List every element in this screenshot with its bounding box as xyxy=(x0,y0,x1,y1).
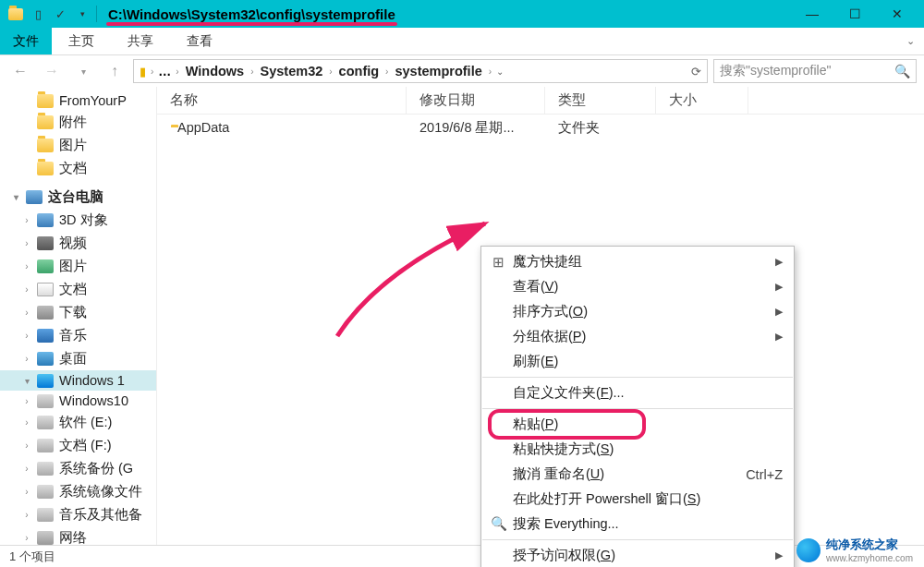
expand-icon[interactable]: › xyxy=(22,533,31,543)
breadcrumb-segment[interactable]: Windows xyxy=(184,64,247,78)
drive-icon xyxy=(37,416,54,429)
sidebar-item[interactable]: ›视频 xyxy=(0,232,156,255)
tab-home[interactable]: 主页 xyxy=(52,28,111,54)
chevron-right-icon: ▶ xyxy=(775,256,783,268)
win-icon xyxy=(37,374,54,388)
breadcrumb-segment[interactable]: config xyxy=(337,64,382,78)
file-row[interactable]: AppData 2019/6/8 星期... 文件夹 xyxy=(157,115,924,140)
menu-label: 撤消 重命名(U) xyxy=(513,465,604,483)
expand-icon[interactable]: › xyxy=(22,440,31,451)
recent-dropdown-icon[interactable]: ▾ xyxy=(70,59,96,83)
context-menu-item[interactable]: 🔍搜索 Everything... xyxy=(481,512,794,537)
sidebar-item[interactable]: ›网络 xyxy=(0,526,156,545)
chevron-right-icon[interactable]: › xyxy=(176,66,178,77)
col-size[interactable]: 大小 xyxy=(656,87,748,114)
sidebar-item[interactable]: ›文档 (F:) xyxy=(0,434,156,457)
sidebar-item-label: 网络 xyxy=(59,529,87,545)
ellipsis-icon[interactable]: … xyxy=(158,64,171,78)
sidebar-item[interactable]: ›音乐 xyxy=(0,324,156,347)
sidebar-item[interactable]: ›桌面 xyxy=(0,347,156,370)
sidebar-item[interactable]: 附件 xyxy=(0,111,156,134)
crumb-dropdown-icon[interactable]: ⌄ xyxy=(496,66,504,77)
sidebar-item[interactable]: ▾这台电脑 xyxy=(0,186,156,209)
context-menu-item[interactable]: 粘贴快捷方式(S) xyxy=(481,437,794,462)
tab-share[interactable]: 共享 xyxy=(111,28,170,54)
expand-icon[interactable]: › xyxy=(22,261,31,271)
context-menu-item[interactable]: 分组依据(P)▶ xyxy=(481,324,794,349)
sidebar: FromYourP附件图片文档▾这台电脑›3D 对象›视频›图片›文档›下载›音… xyxy=(0,87,157,545)
sidebar-item[interactable]: FromYourP xyxy=(0,90,156,111)
search-input[interactable]: 搜索"systemprofile" 🔍 xyxy=(713,59,917,83)
sidebar-item[interactable]: ›系统镜像文件 xyxy=(0,480,156,503)
context-menu-item[interactable]: 查看(V)▶ xyxy=(481,274,794,299)
context-menu-item[interactable]: 刷新(E) xyxy=(481,349,794,374)
expand-icon[interactable]: › xyxy=(22,417,31,428)
sidebar-item-label: 文档 (F:) xyxy=(59,437,112,454)
separator xyxy=(96,6,97,22)
expand-icon[interactable]: › xyxy=(22,510,31,520)
tab-view[interactable]: 查看 xyxy=(170,28,229,54)
sidebar-item[interactable]: ▾Windows 1 xyxy=(0,370,156,391)
sidebar-item-label: 视频 xyxy=(59,235,87,252)
expand-icon[interactable]: › xyxy=(22,396,31,406)
expand-icon[interactable]: › xyxy=(22,487,31,497)
expand-icon[interactable]: ▾ xyxy=(11,192,20,202)
sidebar-item[interactable]: 文档 xyxy=(0,157,156,180)
context-menu-item[interactable]: ⊞魔方快捷组▶ xyxy=(481,249,794,274)
drive-icon xyxy=(37,462,54,476)
minimize-button[interactable]: — xyxy=(791,0,833,28)
chevron-right-icon[interactable]: › xyxy=(489,66,492,77)
back-button[interactable]: ← xyxy=(7,59,33,83)
context-menu: ⊞魔方快捷组▶查看(V)▶排序方式(O)▶分组依据(P)▶刷新(E)自定义文件夹… xyxy=(480,246,795,567)
chevron-right-icon[interactable]: › xyxy=(385,66,388,77)
expand-icon[interactable]: › xyxy=(22,331,31,341)
context-menu-item[interactable]: 在此处打开 Powershell 窗口(S) xyxy=(481,487,794,512)
ribbon-collapse-icon[interactable]: ⌄ xyxy=(906,35,915,47)
chevron-right-icon: ▶ xyxy=(775,306,783,318)
tab-file[interactable]: 文件 xyxy=(0,28,52,54)
menu-label: 刷新(E) xyxy=(513,353,558,370)
breadcrumb-segment[interactable]: systemprofile xyxy=(393,64,483,78)
sidebar-item[interactable]: ›软件 (E:) xyxy=(0,411,156,434)
qat-dropdown-icon[interactable]: ▾ xyxy=(72,4,92,24)
sidebar-item[interactable]: ›3D 对象 xyxy=(0,209,156,232)
breadcrumb[interactable]: ▮ › … › Windows › System32 › config › sy… xyxy=(133,59,708,83)
expand-icon[interactable]: › xyxy=(22,464,31,474)
chevron-right-icon[interactable]: › xyxy=(250,66,253,77)
forward-button[interactable]: → xyxy=(39,59,65,83)
expand-icon[interactable]: › xyxy=(22,308,31,318)
expand-icon[interactable]: › xyxy=(22,284,31,295)
col-date[interactable]: 修改日期 xyxy=(407,87,545,114)
qat-item[interactable]: ✓ xyxy=(50,4,70,24)
sidebar-item[interactable]: ›下载 xyxy=(0,301,156,324)
refresh-icon[interactable]: ⟳ xyxy=(691,65,701,78)
context-menu-item[interactable]: 排序方式(O)▶ xyxy=(481,299,794,324)
sidebar-item[interactable]: ›文档 xyxy=(0,278,156,301)
context-menu-item[interactable]: 撤消 重命名(U)Ctrl+Z xyxy=(481,462,794,487)
up-button[interactable]: ↑ xyxy=(102,59,128,83)
context-menu-item[interactable]: 授予访问权限(G)▶ xyxy=(481,543,794,567)
context-menu-item[interactable]: 粘贴(P) xyxy=(481,412,794,437)
expand-icon[interactable]: › xyxy=(22,354,31,364)
expand-icon[interactable]: › xyxy=(22,238,31,248)
chevron-right-icon[interactable]: › xyxy=(329,66,332,77)
expand-icon[interactable]: ▾ xyxy=(22,376,31,386)
drive-icon: ▮ xyxy=(140,65,146,78)
sidebar-item[interactable]: ›图片 xyxy=(0,255,156,278)
sidebar-item[interactable]: ›Windows10 xyxy=(0,391,156,411)
sidebar-item[interactable]: ›音乐及其他备 xyxy=(0,503,156,526)
sidebar-item-label: 下载 xyxy=(59,304,87,321)
context-menu-item[interactable]: 自定义文件夹(F)... xyxy=(481,380,794,405)
chevron-right-icon[interactable]: › xyxy=(151,66,153,77)
maximize-button[interactable]: ☐ xyxy=(833,0,876,28)
col-name[interactable]: 名称 xyxy=(157,87,407,114)
breadcrumb-segment[interactable]: System32 xyxy=(259,64,325,78)
sidebar-item[interactable]: ›系统备份 (G xyxy=(0,457,156,480)
expand-icon[interactable]: › xyxy=(22,215,31,225)
content-pane: 名称 修改日期 类型 大小 AppData 2019/6/8 星期... 文件夹… xyxy=(157,87,924,545)
qat-item[interactable]: ▯ xyxy=(28,4,48,24)
sidebar-item-label: 这台电脑 xyxy=(48,188,103,206)
col-type[interactable]: 类型 xyxy=(545,87,656,114)
close-button[interactable]: ✕ xyxy=(876,0,918,28)
sidebar-item[interactable]: 图片 xyxy=(0,134,156,157)
